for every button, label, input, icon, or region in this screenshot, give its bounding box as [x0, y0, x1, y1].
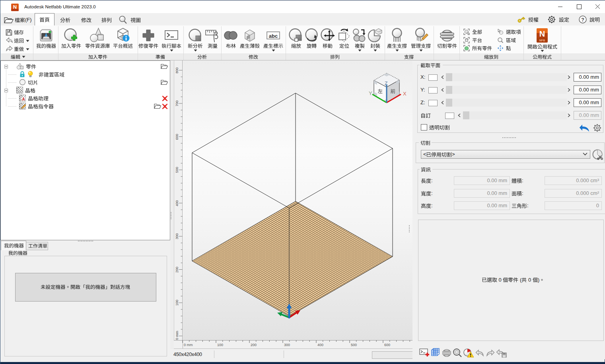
svg-text:NFB: NFB	[539, 39, 545, 42]
svg-text:X: X	[403, 91, 407, 97]
svg-text:abc: abc	[269, 33, 278, 39]
svg-text:?: ?	[581, 17, 584, 23]
svg-text:Y: Y	[369, 90, 372, 96]
svg-text:Z: Z	[385, 81, 387, 86]
svg-text:N: N	[539, 29, 545, 38]
svg-text:N: N	[13, 4, 17, 10]
svg-text:A: A	[22, 97, 25, 101]
